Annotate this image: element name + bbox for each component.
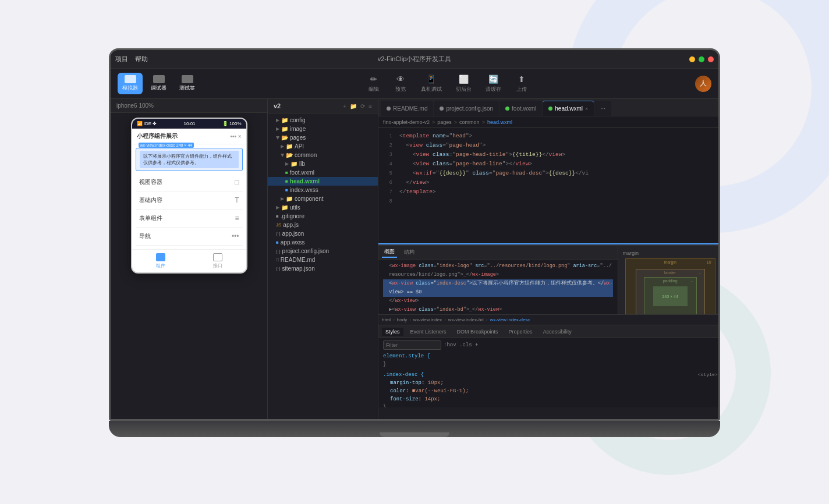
simulator-device-view: 📶 IDE ✤ 10:01 🔋 100% 小程序组件展示 ••• × wx-v (111, 113, 267, 419)
tree-item-project-config[interactable]: {·} project.config.json (268, 247, 378, 255)
tree-item-image[interactable]: ▶ 📁 image (268, 125, 378, 133)
file-tree-content[interactable]: ▶ 📁 config ▶ 📁 image ▶ 📂 pages (268, 113, 378, 419)
elem-crumb-index-desc[interactable]: wx-view.index-desc (490, 317, 530, 322)
file-icon-gitignore: ■ (276, 214, 279, 219)
styles-tab-properties[interactable]: Properties (505, 328, 536, 336)
toolbar-device-debug-btn[interactable]: 📱 真机调试 (421, 74, 442, 93)
tree-label-lib: lib (299, 161, 305, 167)
file-icon-appjs: JS (276, 222, 281, 228)
tree-item-head-wxml[interactable]: ■ head.wxml (268, 177, 378, 186)
tree-item-sitemap[interactable]: {·} sitemap.json (268, 264, 378, 273)
styles-selector-element: element.style { (383, 353, 430, 359)
file-icon-foot: ■ (285, 170, 288, 175)
styles-panel: html › body › wx-view.index › wx-view.in… (378, 314, 718, 407)
toolbar-upload-btn[interactable]: ⬆ 上传 (515, 74, 528, 93)
tree-item-index-wxss[interactable]: ■ index.wxss (268, 186, 378, 194)
tab-head-wxml[interactable]: head.wxml × (543, 101, 594, 116)
simulator-device-info: iphone6 100% (116, 102, 154, 109)
menu-project[interactable]: 项目 (115, 55, 128, 63)
phone-menu-icon[interactable]: ••• × (230, 133, 241, 140)
html-nav-overview[interactable]: 概图 (382, 247, 397, 258)
simulator-panel: iphone6 100% 📶 IDE ✤ 10:01 🔋 100% 小程序组件展… (111, 99, 268, 419)
styles-pseudo-toggle[interactable]: :hov .cls + (444, 342, 478, 348)
menu-help[interactable]: 帮助 (135, 55, 148, 63)
phone-nav-api[interactable]: 接口 (189, 253, 246, 269)
phone-nav-components[interactable]: 组件 (132, 253, 189, 269)
tree-item-common[interactable]: ▶ 📂 common (268, 151, 378, 159)
phone-list-label-0: 视图容器 (139, 178, 162, 186)
breadcrumb-common[interactable]: common (459, 119, 480, 125)
tree-item-foot-wxml[interactable]: ■ foot.wxml (268, 168, 378, 177)
breadcrumb-root[interactable]: fino-applet-demo-v2 (383, 119, 430, 125)
code-editor[interactable]: 12345678 <template name="head"> <view cl… (378, 128, 718, 419)
elem-crumb-body[interactable]: body (397, 317, 407, 322)
phone-list-item-3[interactable]: 导航 ••• (136, 228, 243, 246)
box-padding-value: - (691, 279, 692, 283)
phone-list-item-2[interactable]: 表单组件 ≡ (136, 210, 243, 228)
tree-item-appwxss[interactable]: ■ app.wxss (268, 238, 378, 247)
tree-item-pages[interactable]: ▶ 📂 pages (268, 133, 378, 142)
file-icon-project-config: {·} (276, 249, 281, 254)
toolbar-debugger-btn[interactable]: 调试器 (146, 73, 171, 94)
toolbar-preview-btn[interactable]: 👁 预览 (394, 74, 407, 93)
toolbar-simulator-btn[interactable]: 模拟器 (118, 73, 143, 94)
box-margin-value: 10 (707, 260, 711, 264)
new-folder-icon[interactable]: 📁 (350, 103, 357, 109)
styles-tab-dom[interactable]: DOM Breakpoints (454, 328, 502, 336)
new-file-icon[interactable]: + (343, 103, 346, 109)
elem-crumb-index[interactable]: wx-view.index (413, 317, 442, 322)
tree-label-pages: pages (290, 134, 306, 141)
title-bar-title: v2-FinClip小程序开发工具 (378, 55, 452, 63)
chevron-icon: ▶ (276, 118, 279, 123)
styles-tab-styles[interactable]: Styles (382, 328, 403, 336)
toolbar-background-btn[interactable]: ⬜ 切后台 (456, 74, 472, 93)
styles-tab-accessibility[interactable]: Accessibility (540, 328, 575, 336)
styles-tab-events[interactable]: Event Listeners (407, 328, 450, 336)
toolbar-clear-btn[interactable]: 🔄 清缓存 (486, 74, 501, 93)
box-model-visual: margin 10 border - (625, 258, 715, 314)
file-icon-head: ■ (285, 179, 288, 184)
styles-filter-input[interactable] (383, 340, 441, 350)
tab-project-config[interactable]: project.config.json (434, 101, 499, 116)
crumb-sep-1: › (393, 317, 395, 322)
tree-item-readme[interactable]: □ README.md (268, 255, 378, 264)
elem-crumb-html[interactable]: html (382, 317, 391, 322)
toolbar-edit-btn[interactable]: ✏ 编辑 (367, 74, 380, 93)
styles-close-element: } (383, 361, 386, 367)
tree-item-utils[interactable]: ▶ 📁 utils (268, 203, 378, 212)
html-nav-structure[interactable]: 结构 (402, 247, 417, 257)
tree-item-config[interactable]: ▶ 📁 config (268, 116, 378, 125)
tree-item-appjs[interactable]: JS app.js (268, 221, 378, 229)
tab-readme[interactable]: README.md (381, 101, 433, 116)
elem-crumb-index-hd[interactable]: wx-view.index-hd (448, 317, 484, 322)
window-minimize-btn[interactable] (689, 56, 695, 62)
tree-item-component[interactable]: ▶ 📁 component (268, 194, 378, 203)
toolbar-test-btn[interactable]: 测试签 (175, 73, 200, 94)
window-close-btn[interactable] (708, 56, 714, 62)
phone-status-right: 🔋 100% (222, 121, 242, 126)
user-avatar[interactable]: 人 (695, 76, 711, 92)
tab-close-icon[interactable]: × (585, 106, 588, 112)
html-line-5: </wx-view> (383, 297, 613, 306)
devtools-row1: 概图 结构 <wx-image class="index-logo" src="… (378, 246, 718, 314)
breadcrumb-pages[interactable]: pages (437, 119, 452, 125)
tree-item-appjson[interactable]: {·} app.json (268, 229, 378, 238)
phone-status-left: 📶 IDE ✤ (137, 121, 157, 126)
phone-list-label-3: 导航 (139, 232, 151, 240)
toolbar-upload-label: 上传 (516, 86, 527, 93)
title-bar-left: 项目 帮助 (115, 55, 148, 63)
styles-close-index-desc: } (383, 404, 386, 407)
styles-rule-index-desc: .index-desc { <style> margin-top: 10px; … (383, 371, 718, 407)
tab-more[interactable]: ··· (594, 101, 611, 116)
phone-list-item-0[interactable]: 视图容器 □ (136, 173, 243, 191)
window-maximize-btn[interactable] (699, 56, 704, 62)
tree-item-api[interactable]: ▶ 📁 API (268, 142, 378, 151)
breadcrumb-head-wxml[interactable]: head.wxml (487, 119, 512, 125)
collapse-icon[interactable]: ≡ (369, 103, 372, 109)
tree-item-gitignore[interactable]: ■ .gitignore (268, 212, 378, 221)
tree-item-lib[interactable]: ▶ 📁 lib (268, 159, 378, 168)
component-highlight-box: wx-view.index-desc 240 × 44 以下将展示小程序官方组件… (136, 148, 243, 171)
refresh-icon[interactable]: ⟳ (360, 103, 365, 109)
phone-list-item-1[interactable]: 基础内容 T (136, 191, 243, 210)
tab-foot-wxml[interactable]: foot.wxml (499, 101, 542, 116)
